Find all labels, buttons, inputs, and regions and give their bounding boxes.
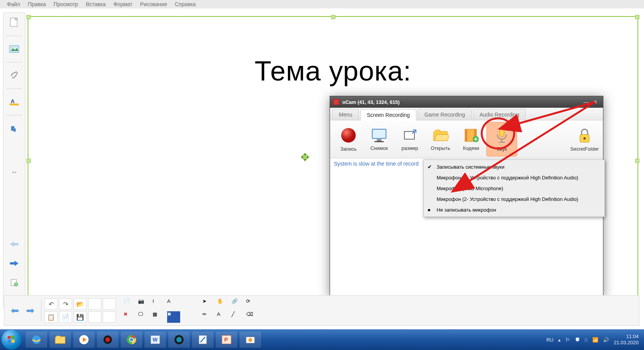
folder-icon xyxy=(54,335,66,344)
task-ocam[interactable] xyxy=(168,332,190,348)
selection-handle[interactable] xyxy=(635,15,639,19)
puzzle-icon[interactable] xyxy=(7,122,21,135)
clock-date: 21.03.2020 xyxy=(614,340,639,346)
menu-view[interactable]: Просмотр xyxy=(54,1,78,7)
task-editor[interactable] xyxy=(192,332,214,348)
task-capture[interactable] xyxy=(240,332,261,348)
menu-edit[interactable]: Правка xyxy=(28,1,46,7)
paste-icon[interactable]: 📋 xyxy=(44,311,58,323)
blank-tool[interactable] xyxy=(182,311,195,323)
minimize-icon[interactable]: ― xyxy=(582,99,591,105)
nav-back-icon[interactable]: ⬅ xyxy=(7,303,23,318)
menu-file[interactable]: Файл xyxy=(7,1,20,7)
selection-handle[interactable] xyxy=(26,159,31,163)
rotate-icon[interactable]: ⟳ xyxy=(246,298,259,310)
camera-icon[interactable]: 📷 xyxy=(138,298,151,310)
shield-icon[interactable]: ⛊ xyxy=(575,337,580,343)
menu-format[interactable]: Формат xyxy=(113,1,133,7)
folder-open-icon[interactable]: 📂 xyxy=(74,298,87,310)
eraser-icon[interactable]: ⌫ xyxy=(246,311,259,323)
record-dot-icon xyxy=(103,335,113,345)
svg-rect-13 xyxy=(372,129,386,138)
word-icon: W xyxy=(150,335,161,345)
task-chrome[interactable] xyxy=(121,332,142,348)
screen-icon[interactable]: 🖵 xyxy=(138,311,151,323)
back-arrow-icon[interactable] xyxy=(7,238,21,250)
text-a-icon[interactable]: A xyxy=(217,311,230,323)
blank-tool[interactable] xyxy=(182,298,195,310)
menu-item-mic-hd2[interactable]: Микрофон (2- Устройство с поддержкой Hig… xyxy=(424,194,605,204)
add-page-icon[interactable] xyxy=(7,276,21,289)
svg-text:A: A xyxy=(11,98,15,104)
tool-group-3: ➤ ✋ 🔗 ⟳ ✏ A ╱ ⌫ xyxy=(202,298,259,323)
selection-handle[interactable] xyxy=(635,159,639,163)
blank-tool[interactable] xyxy=(103,311,116,323)
record-icon xyxy=(340,127,357,144)
tool-group-1: ↶ ↷ 📂 📋 📄 💾 xyxy=(44,298,116,323)
new-page-icon[interactable] xyxy=(7,16,21,29)
undo-icon[interactable]: ↶ xyxy=(44,298,58,310)
image-icon[interactable] xyxy=(7,43,21,55)
pointer-icon[interactable]: ➤ xyxy=(202,298,215,310)
task-record[interactable] xyxy=(97,332,118,348)
ocam-titlebar[interactable]: oCam (41, 43, 1324, 615) ― ✕ xyxy=(330,96,603,108)
task-explorer[interactable] xyxy=(49,332,71,348)
start-button[interactable] xyxy=(2,330,21,350)
hand-icon[interactable]: ✋ xyxy=(217,298,230,310)
menu-item-mic-hd1[interactable]: Микрофон (2- Устройство с поддержкой Hig… xyxy=(424,172,605,183)
move-handle-icon[interactable]: ✥ xyxy=(301,151,309,164)
menu-insert[interactable]: Вставка xyxy=(86,1,106,7)
new-doc-icon[interactable]: 📄 xyxy=(123,298,136,310)
secretfolder-button[interactable]: SecretFolder xyxy=(569,122,600,156)
record-button[interactable]: Запись xyxy=(333,122,364,156)
redo-icon[interactable]: ↷ xyxy=(59,298,72,310)
tab-screen-recording[interactable]: Screen Recording xyxy=(360,109,416,120)
blank-tool[interactable] xyxy=(103,298,116,310)
svg-point-3 xyxy=(11,47,13,48)
menu-item-system-sounds[interactable]: ✔Записывать системные звуки xyxy=(424,161,605,172)
pens-icon[interactable]: ✏ xyxy=(202,311,215,323)
menu-help[interactable]: Справка xyxy=(175,1,196,7)
tab-menu[interactable]: Menu xyxy=(332,109,359,120)
menu-drawing[interactable]: Рисование xyxy=(140,1,167,7)
forward-arrow-icon[interactable] xyxy=(7,257,21,269)
task-word[interactable]: W xyxy=(145,332,166,348)
svg-point-50 xyxy=(248,338,252,342)
nav-forward-icon[interactable]: ➡ xyxy=(23,303,38,318)
task-powerpoint[interactable]: P xyxy=(216,332,237,348)
task-ie[interactable] xyxy=(26,332,47,348)
selection-handle[interactable] xyxy=(26,15,31,19)
delete-icon[interactable]: ✖ xyxy=(123,311,136,323)
link-icon[interactable]: 🔗 xyxy=(232,298,245,310)
open-button[interactable]: Открыть xyxy=(425,122,456,156)
attachment-icon[interactable] xyxy=(7,69,21,82)
tray-up-icon[interactable]: ▴ xyxy=(558,337,561,343)
copy-icon[interactable]: 📄 xyxy=(59,311,72,323)
sound-dropdown-menu: ✔Записывать системные звуки Микрофон (2-… xyxy=(423,159,605,217)
font-icon[interactable]: A xyxy=(167,298,180,310)
h-resize-icon[interactable]: ↔ xyxy=(7,166,21,178)
flag-icon[interactable]: 🏳 xyxy=(565,337,570,343)
tab-game-recording[interactable]: Game Recording xyxy=(418,109,472,120)
lock-icon xyxy=(577,127,592,144)
blank-tool[interactable] xyxy=(88,298,101,310)
menu-item-no-mic[interactable]: ●Не записывать микрофон xyxy=(424,204,605,215)
task-media[interactable] xyxy=(73,332,95,348)
save-icon[interactable]: 💾 xyxy=(74,311,87,323)
language-indicator[interactable]: RU xyxy=(546,337,554,343)
device-icon[interactable]: ⎍ xyxy=(585,337,588,343)
close-icon[interactable]: ✕ xyxy=(591,99,600,105)
menu-item-mic-usb[interactable]: Микрофон (USB Microphone) xyxy=(424,183,605,194)
taskbar-clock[interactable]: 11:04 21.03.2020 xyxy=(614,334,639,345)
blank-tool[interactable] xyxy=(88,311,101,323)
text-style-icon[interactable]: A xyxy=(7,96,21,108)
resize-button[interactable]: размер xyxy=(394,122,425,156)
selection-handle[interactable] xyxy=(331,15,335,19)
grid-icon[interactable]: ▦ xyxy=(153,311,166,323)
snapshot-button[interactable]: Снимок xyxy=(364,122,394,156)
network-icon[interactable]: 📶 xyxy=(592,337,598,343)
text-tool-icon[interactable]: I xyxy=(153,298,166,310)
volume-icon[interactable]: 🔊 xyxy=(603,337,609,343)
close-tool-icon[interactable]: ✖ xyxy=(167,311,180,323)
line-tool-icon[interactable]: ╱ xyxy=(232,311,245,323)
